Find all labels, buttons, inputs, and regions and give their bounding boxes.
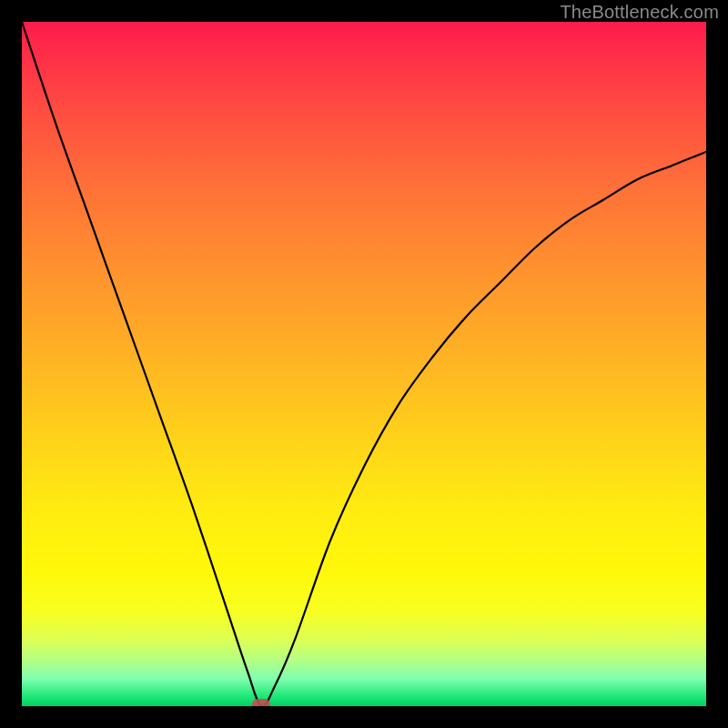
bottleneck-curve xyxy=(22,22,706,706)
plot-area xyxy=(22,22,706,706)
chart-frame: TheBottleneck.com xyxy=(0,0,728,728)
watermark-text: TheBottleneck.com xyxy=(560,2,719,23)
optimal-point-marker xyxy=(252,699,270,706)
